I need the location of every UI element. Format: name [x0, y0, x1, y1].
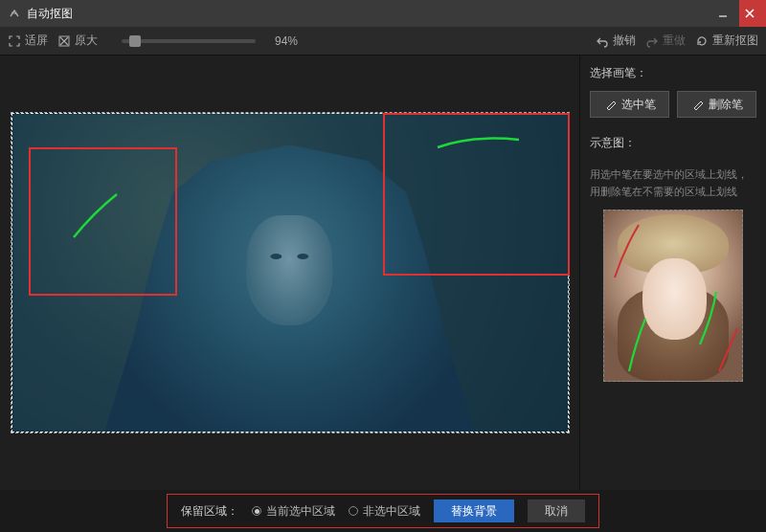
- radio-dot-icon: [252, 506, 261, 516]
- redo-icon: [645, 34, 659, 48]
- main-area: 选择画笔： 选中笔 删除笔 示意图： 用选中笔在要选中的区域上划线，用删除笔在不…: [0, 55, 766, 490]
- eraser-icon: [691, 98, 705, 111]
- undo-icon: [596, 34, 609, 48]
- replace-bg-label: 替换背景: [451, 503, 497, 520]
- minimize-button[interactable]: [712, 0, 739, 27]
- demo-red-stroke: [714, 325, 743, 381]
- brush-heading: 选择画笔：: [590, 65, 756, 81]
- recrop-label: 重新抠图: [712, 33, 758, 49]
- canvas-wrapper: [0, 55, 579, 490]
- zoom-slider[interactable]: [122, 39, 256, 43]
- fit-icon: [8, 34, 21, 48]
- example-image: [603, 210, 743, 382]
- demo-red-stroke: [610, 220, 648, 290]
- select-brush-button[interactable]: 选中笔: [590, 91, 669, 118]
- fit-screen-button[interactable]: 适屏: [8, 33, 48, 49]
- recrop-button[interactable]: 重新抠图: [695, 33, 758, 49]
- demo-green-stroke: [621, 314, 660, 382]
- replace-background-button[interactable]: 替换背景: [434, 499, 514, 522]
- select-brush-label: 选中笔: [621, 97, 656, 113]
- brush-stroke: [433, 130, 529, 162]
- original-size-button[interactable]: 原大: [57, 33, 98, 49]
- fit-label: 适屏: [25, 33, 48, 49]
- keep-area-label: 保留区域：: [181, 503, 238, 520]
- brush-icon: [604, 98, 618, 111]
- zoom-value: 94%: [275, 34, 298, 48]
- radio-current-selection[interactable]: 当前选中区域: [252, 503, 335, 520]
- close-button[interactable]: [739, 0, 766, 27]
- redo-label: 重做: [663, 33, 686, 49]
- erase-brush-button[interactable]: 删除笔: [677, 91, 756, 118]
- slider-thumb[interactable]: [129, 35, 141, 47]
- erase-brush-label: 删除笔: [709, 97, 743, 113]
- radio-inverse-label: 非选中区域: [363, 503, 420, 520]
- refresh-icon: [695, 34, 709, 48]
- diagram-heading: 示意图：: [590, 135, 756, 151]
- radio-current-label: 当前选中区域: [266, 503, 335, 520]
- radio-dot-icon: [349, 506, 358, 516]
- bottom-bar-wrapper: 保留区域： 当前选中区域 非选中区域 替换背景 取消: [0, 490, 766, 532]
- original-icon: [57, 34, 71, 48]
- redo-button[interactable]: 重做: [645, 33, 686, 49]
- app-icon: [8, 7, 21, 20]
- cancel-button[interactable]: 取消: [528, 499, 585, 522]
- undo-label: 撤销: [613, 33, 636, 49]
- image-canvas[interactable]: [11, 112, 570, 433]
- bottom-bar: 保留区域： 当前选中区域 非选中区域 替换背景 取消: [167, 494, 599, 528]
- radio-inverse-selection[interactable]: 非选中区域: [349, 503, 420, 520]
- brush-stroke: [69, 189, 136, 250]
- original-label: 原大: [75, 33, 98, 49]
- title-bar: 自动抠图: [0, 0, 766, 27]
- keep-area-radio-group: 当前选中区域 非选中区域: [252, 503, 420, 520]
- window-title: 自动抠图: [27, 6, 73, 22]
- undo-button[interactable]: 撤销: [596, 33, 636, 49]
- helper-text: 用选中笔在要选中的区域上划线，用删除笔在不需要的区域上划线: [590, 166, 756, 200]
- side-panel: 选择画笔： 选中笔 删除笔 示意图： 用选中笔在要选中的区域上划线，用删除笔在不…: [579, 55, 766, 490]
- toolbar: 适屏 原大 94% 撤销 重做 重新抠图: [0, 27, 766, 55]
- slider-track[interactable]: [122, 39, 256, 43]
- cancel-label: 取消: [545, 503, 568, 520]
